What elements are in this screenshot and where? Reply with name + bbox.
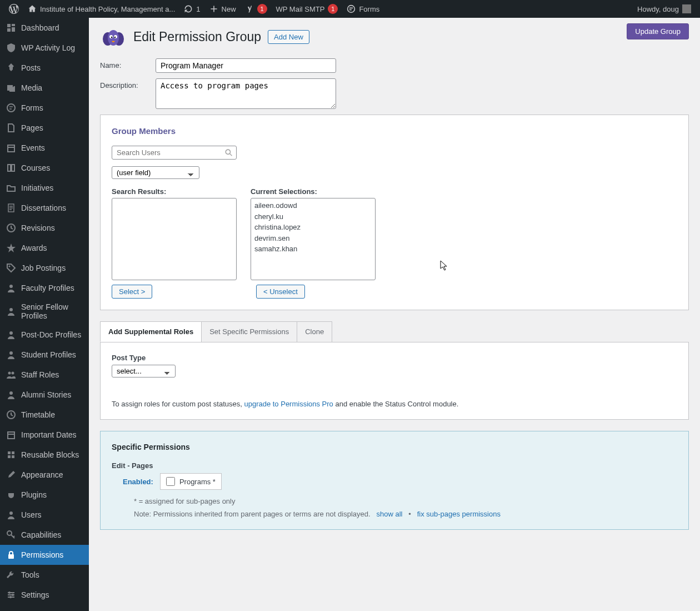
- sidebar-item-label: Tools: [21, 570, 39, 579]
- programs-chip[interactable]: Programs *: [160, 473, 222, 490]
- sidebar-item-label: Timetable: [21, 410, 55, 419]
- enabled-label: Enabled:: [123, 478, 153, 486]
- tab-set-specific-permissions[interactable]: Set Specific Permissions: [201, 321, 297, 342]
- post-type-select[interactable]: select...: [112, 365, 176, 377]
- sidebar-item-courses[interactable]: Courses: [0, 158, 89, 178]
- sidebar-item-label: Pages: [21, 123, 43, 132]
- site-link[interactable]: Institute of Health Policy, Management a…: [23, 0, 179, 18]
- sidebar-item-revisions[interactable]: Revisions: [0, 218, 89, 238]
- sidebar-item-timetable[interactable]: Timetable: [0, 405, 89, 425]
- book-icon: [6, 162, 17, 173]
- clock-icon: [6, 409, 17, 420]
- home-icon: [28, 4, 37, 13]
- howdy-link[interactable]: Howdy, doug: [633, 0, 696, 18]
- sidebar-item-label: Permissions: [21, 550, 63, 559]
- sidebar-item-label: Capabilities: [21, 530, 61, 539]
- tab-clone[interactable]: Clone: [297, 321, 332, 342]
- updates-link[interactable]: 1: [179, 0, 204, 18]
- sidebar-item-plugins[interactable]: Plugins: [0, 485, 89, 505]
- sidebar-item-label: Dashboard: [21, 23, 59, 32]
- sidebar-item-tools[interactable]: Tools: [0, 565, 89, 585]
- search-users-input[interactable]: [112, 146, 237, 160]
- add-new-button[interactable]: Add New: [268, 30, 309, 44]
- current-selections-list[interactable]: aileen.odowdcheryl.kuchristina.lopezdevr…: [251, 198, 376, 280]
- svg-point-22: [114, 35, 117, 38]
- sidebar-item-label: Alumni Stories: [21, 390, 71, 399]
- admin-bar-left: Institute of Health Policy, Management a…: [4, 0, 384, 18]
- name-label: Name:: [100, 58, 156, 69]
- shield-icon: [6, 42, 17, 53]
- post-type-label: Post Type: [112, 354, 677, 362]
- show-all-link[interactable]: show all: [376, 510, 402, 518]
- tag-icon: [6, 262, 17, 274]
- site-name: Institute of Health Policy, Management a…: [40, 5, 175, 13]
- sidebar-item-post-doc-profiles[interactable]: Post-Doc Profiles: [0, 325, 89, 345]
- selection-item[interactable]: devrim.sen: [254, 233, 372, 244]
- sidebar-item-staff-roles[interactable]: Staff Roles: [0, 365, 89, 385]
- user-icon: [6, 282, 17, 294]
- current-selections-label: Current Selections:: [251, 187, 376, 196]
- media-icon: [6, 82, 17, 93]
- clock-icon: [6, 222, 17, 234]
- wp-mail-smtp-link[interactable]: WP Mail SMTP 1: [272, 0, 343, 18]
- new-content[interactable]: New: [205, 0, 241, 18]
- programs-checkbox[interactable]: [166, 477, 175, 486]
- select-button[interactable]: Select >: [112, 285, 152, 299]
- sidebar-item-awards[interactable]: Awards: [0, 238, 89, 258]
- sidebar-item-reusable-blocks[interactable]: Reusable Blocks: [0, 445, 89, 465]
- sidebar-item-initiatives[interactable]: Initiatives: [0, 178, 89, 198]
- tab-add-supplemental-roles[interactable]: Add Supplemental Roles: [100, 321, 202, 342]
- brush-icon: [6, 469, 17, 480]
- forms-link[interactable]: Forms: [342, 0, 384, 18]
- wordpress-icon: [9, 4, 19, 14]
- sidebar-item-capabilities[interactable]: Capabilities: [0, 525, 89, 545]
- sidebar-item-label: Staff Roles: [21, 370, 59, 379]
- svg-point-17: [9, 596, 12, 598]
- name-input[interactable]: [156, 58, 336, 73]
- wp-logo[interactable]: [4, 0, 23, 18]
- new-label: New: [222, 5, 236, 13]
- description-input[interactable]: [156, 78, 336, 109]
- unselect-button[interactable]: < Unselect: [256, 285, 305, 299]
- sidebar-item-job-postings[interactable]: Job Postings: [0, 258, 89, 278]
- svg-point-10: [9, 391, 13, 395]
- sidebar-item-important-dates[interactable]: Important Dates: [0, 425, 89, 445]
- sidebar-item-events[interactable]: Events: [0, 138, 89, 158]
- selection-item[interactable]: christina.lopez: [254, 222, 372, 233]
- user-field-select[interactable]: (user field): [112, 166, 199, 179]
- fix-subpages-link[interactable]: fix sub-pages permissions: [417, 510, 501, 518]
- yoast-link[interactable]: 1: [241, 0, 272, 18]
- selection-item[interactable]: cheryl.ku: [254, 211, 372, 222]
- sidebar-item-faculty-profiles[interactable]: Faculty Profiles: [0, 278, 89, 298]
- sidebar-item-media[interactable]: Media: [0, 78, 89, 98]
- sidebar-item-users[interactable]: Users: [0, 505, 89, 525]
- user-icon: [6, 329, 17, 340]
- svg-point-16: [12, 594, 14, 596]
- sidebar-item-appearance[interactable]: Appearance: [0, 465, 89, 485]
- sidebar-item-forms[interactable]: Forms: [0, 98, 89, 118]
- sidebar-item-posts[interactable]: Posts: [0, 58, 89, 78]
- selection-item[interactable]: aileen.odowd: [254, 200, 372, 211]
- update-group-button[interactable]: Update Group: [627, 23, 689, 39]
- sidebar-item-wp-mail-smtp[interactable]: WP Mail SMTP: [0, 605, 89, 611]
- sidebar-item-dashboard[interactable]: Dashboard: [0, 18, 89, 38]
- sidebar-item-label: Appearance: [21, 470, 63, 479]
- sidebar-item-student-profiles[interactable]: Student Profiles: [0, 345, 89, 365]
- sidebar-item-pages[interactable]: Pages: [0, 118, 89, 138]
- sidebar-item-settings[interactable]: Settings: [0, 585, 89, 605]
- sidebar-item-alumni-stories[interactable]: Alumni Stories: [0, 385, 89, 405]
- programs-label: Programs *: [179, 478, 216, 486]
- sidebar-item-label: Revisions: [21, 223, 55, 232]
- sidebar-item-label: Events: [21, 143, 45, 152]
- sidebar-item-senior-fellow-profiles[interactable]: Senior Fellow Profiles: [0, 298, 89, 325]
- search-results-list[interactable]: [112, 198, 237, 280]
- sidebar-item-dissertations[interactable]: Dissertations: [0, 198, 89, 218]
- upgrade-link[interactable]: upgrade to Permissions Pro: [244, 400, 333, 408]
- selection-item[interactable]: samahz.khan: [254, 244, 372, 255]
- edit-pages-label: Edit - Pages: [112, 461, 677, 470]
- blocks-icon: [6, 449, 17, 460]
- svg-point-6: [9, 331, 13, 335]
- svg-point-24: [114, 37, 116, 38]
- sidebar-item-wp-activity-log[interactable]: WP Activity Log: [0, 38, 89, 58]
- sidebar-item-permissions[interactable]: Permissions: [0, 545, 89, 565]
